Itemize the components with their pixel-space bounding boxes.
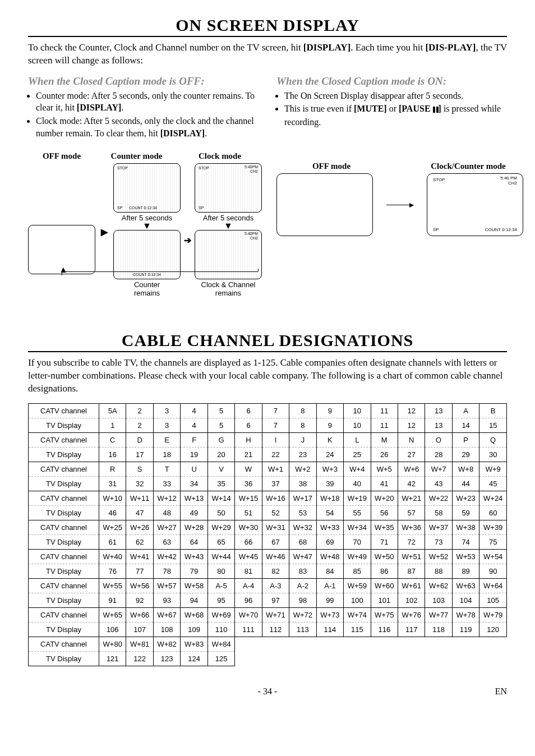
display-key: [DISPLAY] (160, 128, 205, 138)
catv-cell: W+76 (398, 608, 425, 623)
catv-cell: 5A (99, 404, 126, 418)
tv-cell: 113 (289, 623, 316, 637)
catv-cell: J (289, 433, 316, 448)
tv-count: COUNT 0:12:34 (114, 273, 180, 276)
tv-cell: 18 (153, 448, 180, 462)
tv-cell: 45 (479, 477, 507, 491)
catv-cell: W+20 (371, 491, 398, 506)
text: or (387, 104, 399, 113)
on-diagram: STOP 5:40 PMCH2 SPCOUNT 0:12:34 (276, 173, 523, 236)
tv-cell: 92 (126, 593, 153, 608)
text: Counter mode: After 5 seconds, only the … (36, 91, 255, 113)
tv-cell: 90 (479, 564, 507, 579)
tv-time: 5:40PMCH2 (245, 232, 258, 240)
catv-cell: W+18 (316, 491, 343, 506)
catv-cell: Q (479, 433, 507, 448)
catv-cell: W+30 (235, 520, 262, 535)
tv-cell: 52 (262, 506, 289, 520)
catv-cell: W+34 (344, 520, 371, 535)
catv-cell: W+2 (289, 462, 316, 477)
catv-cell: W+45 (235, 550, 262, 564)
tv-cell: 56 (371, 506, 398, 520)
row-label-catv: CATV channel (29, 637, 99, 652)
catv-cell: P (452, 433, 479, 448)
catv-cell: W+28 (181, 520, 207, 535)
tv-cell: 125 (207, 652, 234, 666)
catv-cell: W+57 (153, 579, 180, 593)
catv-cell: W+4 (344, 462, 371, 477)
tv-cell: 5 (207, 418, 234, 433)
tv-cell: 100 (344, 593, 371, 608)
text: . (121, 103, 123, 112)
tv-cell: 82 (262, 564, 289, 579)
tv-cell: 84 (316, 564, 343, 579)
catv-cell: W+52 (425, 550, 452, 564)
tv-cell: 31 (99, 477, 126, 491)
catv-cell: 3 (153, 404, 180, 418)
tv-cell: 81 (235, 564, 262, 579)
tv-cell: 116 (371, 623, 398, 637)
tv-cell: 119 (452, 623, 479, 637)
tv-cell: 98 (289, 593, 316, 608)
catv-cell: W+40 (99, 550, 126, 564)
tv-cell: 12 (398, 418, 425, 433)
tv-sp-count: SP COUNT 0:12:34 (117, 206, 157, 210)
tv-cell: 24 (316, 448, 343, 462)
text: This is true even if (284, 104, 354, 113)
catv-cell: W+83 (181, 637, 207, 652)
catv-cell: W+58 (181, 579, 207, 593)
tv-cell: 20 (207, 448, 234, 462)
catv-cell: W+29 (207, 520, 234, 535)
catv-cell: A-1 (316, 579, 343, 593)
tv-sp-count: SPCOUNT 0:12:34 (433, 227, 517, 232)
catv-cell: W+74 (344, 608, 371, 623)
clock-col: STOP 5:40PMCH2 SP After 5 seconds ▼ 5:40… (195, 163, 262, 297)
row-label-catv: CATV channel (29, 608, 99, 623)
tv-cell: 114 (316, 623, 343, 637)
tv-cell: 112 (262, 623, 289, 637)
tv-cell: 46 (99, 506, 126, 520)
catv-cell: K (316, 433, 343, 448)
tv-cell: 55 (344, 506, 371, 520)
tv-cell: 48 (153, 506, 180, 520)
row-label-catv: CATV channel (29, 579, 99, 593)
catv-cell: W+7 (425, 462, 452, 477)
tv-cell: 64 (181, 535, 207, 550)
page-title-catv: CABLE CHANNEL DESIGNATIONS (28, 331, 507, 350)
row-label-catv: CATV channel (29, 520, 99, 535)
on-mode-labels: OFF mode Clock/Counter mode (276, 162, 523, 171)
tv-cell: 101 (371, 593, 398, 608)
tv-cell: 80 (207, 564, 234, 579)
catv-cell: W+78 (452, 608, 479, 623)
tv-cell: 40 (344, 477, 371, 491)
tv-cell: 106 (99, 623, 126, 637)
tv-cell: 22 (262, 448, 289, 462)
tv-cell: 37 (262, 477, 289, 491)
tv-cell: 47 (126, 506, 153, 520)
catv-cell: W+77 (425, 608, 452, 623)
catv-cell: W+37 (425, 520, 452, 535)
catv-cell: W+63 (452, 579, 479, 593)
text: . (205, 128, 207, 138)
tv-cell: 78 (153, 564, 180, 579)
tv-cell: 26 (371, 448, 398, 462)
tv-cell: 25 (344, 448, 371, 462)
tv-cell: 124 (181, 652, 207, 666)
tv-cell: 36 (235, 477, 262, 491)
tv-cell: 74 (452, 535, 479, 550)
arrow-right-icon: ➔ (184, 235, 191, 246)
catv-cell: W+15 (235, 491, 262, 506)
divider (28, 36, 507, 37)
tv-cell: 13 (425, 418, 452, 433)
tv-cell: 65 (207, 535, 234, 550)
catv-cell: W+71 (262, 608, 289, 623)
tv-cell: 69 (316, 535, 343, 550)
catv-cell: I (262, 433, 289, 448)
off-mode-label: OFF mode (28, 151, 95, 161)
catv-cell: W+68 (181, 608, 207, 623)
catv-cell: W+13 (181, 491, 207, 506)
tv-stop: STOP (433, 177, 445, 182)
catv-cell: W+31 (262, 520, 289, 535)
tv-cell: 118 (425, 623, 452, 637)
catv-cell: W+19 (344, 491, 371, 506)
